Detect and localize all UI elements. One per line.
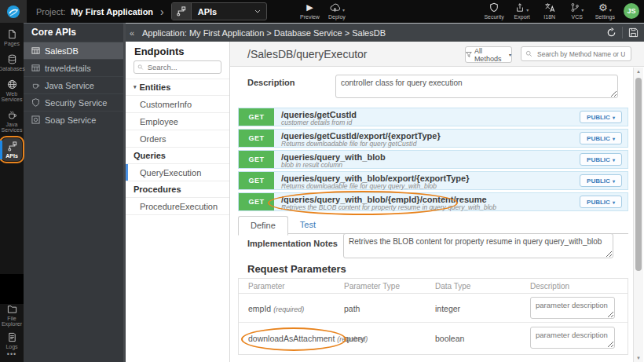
scrollbar-thumb[interactable] <box>635 78 642 271</box>
icon-sidebar: Pages Databases Web Services Java Servic… <box>0 23 24 362</box>
endpoint-description: Retrives the BLOB content for property r… <box>281 204 580 211</box>
vcs-button[interactable]: ▾ VCS <box>568 2 587 20</box>
method-search[interactable] <box>521 46 631 61</box>
collapse-panel-icon[interactable]: « <box>126 28 138 38</box>
preview-button[interactable]: ▶ Preview <box>300 2 320 20</box>
endpoint-row[interactable]: GET /queries/getCustId/export/{exportTyp… <box>238 129 628 148</box>
access-dropdown[interactable]: PUBLIC ▾ <box>580 196 622 208</box>
core-apis-title: Core APIs <box>24 23 126 42</box>
logo-glyph-icon <box>6 5 20 19</box>
i18n-button[interactable]: I18N <box>540 2 559 20</box>
access-dropdown[interactable]: PUBLIC ▾ <box>580 132 622 144</box>
section-entities[interactable]: ▾ Entities <box>126 79 229 96</box>
access-dropdown[interactable]: PUBLIC ▾ <box>580 174 622 187</box>
endpoints-search[interactable] <box>134 60 221 74</box>
param-description-textarea[interactable] <box>530 327 615 349</box>
tab-define[interactable]: Define <box>238 216 288 236</box>
col-parameter-type: Parameter Type <box>344 282 435 291</box>
core-apis-sidebar: Core APIs SalesDB traveldetails Java Ser… <box>24 23 126 362</box>
endpoint-item-queryexecution[interactable]: QueryExecution <box>126 164 229 181</box>
topbar-center-actions: ▶ Preview ▾ Deploy <box>300 2 346 20</box>
user-avatar[interactable]: JS <box>624 3 639 19</box>
play-icon: ▶ <box>306 2 313 13</box>
sidebar-item-apis[interactable]: APIs <box>2 138 22 161</box>
settings-button[interactable]: ⚙ ▾ Settings <box>595 2 615 20</box>
param-type: path <box>344 304 435 313</box>
save-icon[interactable] <box>628 27 639 38</box>
mode-dropdown[interactable]: APIs <box>171 2 267 20</box>
method-search-input[interactable] <box>536 49 627 59</box>
table-header-row: Parameter Parameter Type Data Type Descr… <box>239 279 628 294</box>
caret-down-icon: ▾ <box>134 84 137 90</box>
coffee-icon <box>7 110 17 120</box>
app-window: Project: My First Application › APIs ▶ P… <box>0 0 644 362</box>
sidebar-item-file-explorer[interactable]: File Explorer <box>0 304 24 327</box>
caret-down-icon: ▾ <box>613 115 615 120</box>
scroll-up-icon[interactable]: ▲ <box>634 69 643 74</box>
more-button[interactable]: ••• <box>0 350 24 358</box>
funnel-icon <box>466 51 472 58</box>
access-dropdown[interactable]: PUBLIC ▾ <box>580 111 622 123</box>
endpoint-row[interactable]: GET /queries/query_with_blob/export/{exp… <box>238 171 628 190</box>
caret-down-icon: ▾ <box>613 199 615 205</box>
description-textarea[interactable]: controller class for query execution <box>335 75 618 98</box>
gear-icon: ⚙ <box>598 2 608 13</box>
security-button[interactable]: Security <box>484 2 503 20</box>
main-content: Description controller class for query e… <box>230 66 633 362</box>
endpoint-item-customerinfo[interactable]: CustomerInfo <box>126 96 229 113</box>
col-description: Description <box>530 282 628 291</box>
sidebar-item-web-services[interactable]: Web Services <box>0 79 24 102</box>
access-dropdown[interactable]: PUBLIC ▾ <box>580 153 622 166</box>
soap-icon <box>31 115 40 124</box>
tab-test[interactable]: Test <box>288 216 327 234</box>
implementation-notes-textarea[interactable]: Retrives the BLOB content for property r… <box>343 233 613 258</box>
branch-icon <box>570 2 580 13</box>
mode-dropdown-value: APIs <box>198 7 254 16</box>
shield-icon <box>31 98 40 107</box>
endpoint-row[interactable]: GET /queries/getCustId customer details … <box>238 108 628 126</box>
deploy-button[interactable]: ▾ Deploy <box>327 2 346 20</box>
export-button[interactable]: ▾ Export <box>513 2 532 20</box>
caret-down-icon: ▾ <box>613 136 615 141</box>
endpoint-description: Returns downloadable file for query getC… <box>281 141 580 148</box>
api-item-java-service[interactable]: Java Service <box>24 76 126 93</box>
implementation-notes-label: Implementation Notes <box>247 239 338 248</box>
endpoint-description: blob in result column <box>281 162 580 169</box>
chevron-down-icon: ▾ <box>581 8 584 13</box>
sidebar-item-databases[interactable]: Databases <box>0 54 24 71</box>
scroll-down-icon[interactable]: ▼ <box>634 356 643 360</box>
api-item-soap-service[interactable]: Soap Service <box>24 111 126 128</box>
endpoint-item-procedureexecution[interactable]: ProcedureExecution <box>126 198 229 215</box>
section-procedures[interactable]: Procedures <box>126 181 229 198</box>
endpoint-row[interactable]: GET /queries/query_with_blob blob in res… <box>238 150 628 169</box>
sidebar-item-pages[interactable]: Pages <box>0 29 24 46</box>
endpoint-item-orders[interactable]: Orders <box>126 130 229 148</box>
param-name: downloadAsAttachment <box>248 334 335 343</box>
section-queries[interactable]: Queries <box>126 148 229 164</box>
endpoint-item-employee[interactable]: Employee <box>126 113 229 130</box>
export-icon <box>515 2 525 13</box>
translate-icon <box>544 2 555 13</box>
apis-icon <box>172 3 192 20</box>
methods-filter-dropdown[interactable]: All Methods ▾ <box>465 46 512 63</box>
endpoint-description: Returns downloadable file for query quer… <box>281 183 580 190</box>
param-description-textarea[interactable] <box>530 297 615 319</box>
sidebar-item-java-services[interactable]: Java Services <box>0 110 24 133</box>
wavemaker-logo-icon[interactable] <box>0 0 27 23</box>
project-breadcrumb: Project: My First Application <box>36 7 153 16</box>
caret-down-icon: ▾ <box>613 178 615 184</box>
api-item-salesdb[interactable]: SalesDB <box>24 42 126 59</box>
endpoint-row[interactable]: GET /queries/query_with_blob/{empId}/con… <box>238 192 628 211</box>
col-parameter: Parameter <box>248 282 344 291</box>
method-badge: GET <box>239 151 274 168</box>
request-parameters-table: Parameter Parameter Type Data Type Descr… <box>238 278 628 355</box>
sidebar-item-logs[interactable]: Logs <box>0 332 24 349</box>
tab-bar: Define Test <box>238 216 628 234</box>
endpoints-search-input[interactable] <box>146 62 218 72</box>
breadcrumb-bar: « Application: My First Application > Da… <box>126 24 644 42</box>
vertical-scrollbar[interactable]: ▲ ▼ <box>633 68 643 362</box>
divider <box>622 27 623 38</box>
api-item-traveldetails[interactable]: traveldetails <box>24 59 126 76</box>
api-item-security-service[interactable]: Security Service <box>24 93 126 111</box>
refresh-icon[interactable] <box>606 27 617 38</box>
